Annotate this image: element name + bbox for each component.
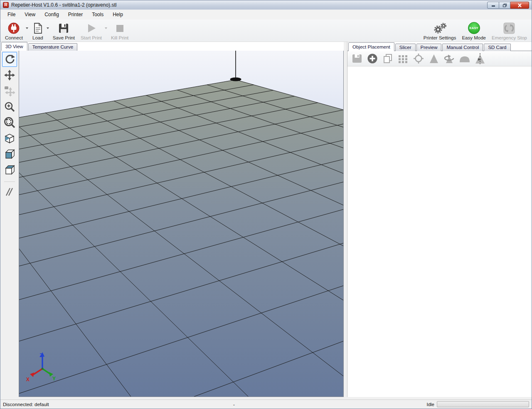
connect-dropdown-icon[interactable] [26, 27, 28, 29]
printer-settings-button[interactable]: Printer Settings [421, 21, 459, 41]
print-bed-grid [19, 80, 343, 397]
menu-bar: File View Config Printer Tools Help [0, 10, 532, 20]
load-button[interactable]: Load [29, 21, 47, 41]
print-bed-3d-scene[interactable]: Z X Y [19, 51, 343, 397]
start-print-label: Start Print [81, 35, 102, 40]
copy-object-button [382, 52, 394, 65]
object-placement-panel-body [347, 66, 532, 397]
object-placement-toolbar [347, 51, 532, 66]
tab-preview[interactable]: Preview [416, 44, 442, 51]
lay-flat-button [458, 52, 471, 65]
front-view-icon [3, 148, 16, 160]
menu-help[interactable]: Help [108, 10, 128, 19]
menu-tools[interactable]: Tools [87, 10, 108, 19]
save-print-button[interactable]: Save Print [50, 21, 78, 41]
axis-y-label: Y [52, 376, 56, 382]
status-center-text: - [233, 402, 235, 407]
scale-object-button [428, 52, 440, 65]
axis-x-label: X [26, 377, 30, 382]
isometric-view-button[interactable] [2, 131, 17, 146]
axis-z-label: Z [39, 353, 42, 358]
emergency-stop-label: Emergency Stop [492, 35, 527, 40]
save-floppy-icon [57, 22, 70, 34]
tab-manual-control[interactable]: Manual Control [442, 44, 483, 51]
emergency-stop-icon [502, 22, 516, 35]
front-view-button[interactable] [2, 147, 17, 162]
rotate-view-icon [4, 54, 15, 65]
emergency-stop-button: Emergency Stop [489, 21, 530, 41]
menu-printer[interactable]: Printer [64, 10, 87, 19]
tab-temperature-curve[interactable]: Temperature Curve [28, 43, 77, 51]
move-object-button [2, 83, 17, 98]
window-title: Repetier-Host V1.0.6 - svitilna1-2 (opra… [11, 2, 116, 8]
cut-object-button [474, 52, 486, 65]
menu-config[interactable]: Config [40, 10, 64, 19]
easy-mode-icon: EASY [468, 22, 480, 34]
load-dropdown-icon[interactable] [47, 27, 49, 29]
load-file-icon [32, 22, 44, 34]
app-logo-icon: R [3, 2, 9, 8]
connect-button[interactable]: Connect [2, 21, 26, 41]
printer-settings-label: Printer Settings [424, 35, 456, 40]
easy-mode-button[interactable]: EASY Easy Mode [459, 21, 489, 41]
main-toolbar: Connect Load Save Print [0, 20, 532, 42]
view-tab-bar: 3D View Temperature Curve [0, 42, 344, 51]
top-view-icon [3, 164, 16, 176]
add-object-button[interactable] [366, 52, 379, 65]
tab-3d-view[interactable]: 3D View [1, 42, 27, 51]
restore-icon [502, 3, 507, 7]
connect-plug-icon [7, 22, 20, 34]
zoom-button[interactable] [2, 99, 17, 114]
rotate-object-button [443, 52, 456, 65]
connection-status: Disconnected: default [3, 402, 49, 407]
isometric-view-icon [3, 132, 16, 144]
close-button[interactable] [510, 2, 529, 9]
autoposition-icon [413, 53, 424, 64]
app-window: R Repetier-Host V1.0.6 - svitilna1-2 (op… [0, 0, 532, 409]
load-label: Load [32, 35, 43, 40]
center-objects-button [397, 52, 409, 65]
toggle-projection-button[interactable] [2, 184, 17, 199]
kill-print-icon [113, 22, 126, 34]
minimize-icon [491, 3, 495, 7]
rotate-object-icon [443, 53, 456, 64]
3d-viewport[interactable]: Z X Y [19, 50, 344, 397]
connect-label: Connect [5, 35, 23, 40]
printer-settings-gears-icon [432, 22, 447, 34]
easy-mode-label: Easy Mode [462, 35, 486, 40]
print-progress-bar [437, 401, 529, 407]
move-viewport-icon [4, 69, 15, 81]
save-stl-icon [351, 53, 363, 64]
lay-flat-icon [458, 53, 471, 64]
scale-object-icon [428, 53, 440, 64]
fit-printer-button[interactable] [2, 115, 17, 130]
start-print-dropdown-icon [105, 27, 107, 29]
add-object-icon [367, 53, 378, 64]
autoposition-button [412, 52, 425, 65]
panel-splitter[interactable] [344, 42, 347, 397]
restore-button[interactable] [499, 2, 510, 9]
rotate-view-button[interactable] [2, 52, 17, 67]
minimize-button[interactable] [487, 2, 499, 9]
menu-view[interactable]: View [20, 10, 40, 19]
right-panel: Object Placement Slicer Preview Manual C… [347, 42, 532, 397]
title-bar[interactable]: R Repetier-Host V1.0.6 - svitilna1-2 (op… [0, 0, 532, 10]
tab-object-placement[interactable]: Object Placement [348, 42, 394, 51]
top-view-button[interactable] [2, 162, 17, 177]
move-viewport-button[interactable] [2, 68, 17, 83]
copy-object-icon [382, 53, 394, 64]
tab-slicer[interactable]: Slicer [395, 44, 416, 51]
close-icon [517, 3, 522, 7]
start-print-button: Start Print [78, 21, 105, 41]
tab-sd-card[interactable]: SD Card [484, 44, 510, 51]
rail-divider [4, 181, 15, 182]
kill-print-label: Kill Print [111, 35, 128, 40]
save-print-label: Save Print [53, 35, 75, 40]
menu-file[interactable]: File [3, 10, 20, 19]
cut-object-icon [474, 53, 486, 64]
center-objects-icon [397, 53, 409, 64]
status-bar: Disconnected: default - Idle [0, 399, 532, 409]
loaded-object[interactable] [230, 77, 241, 81]
fit-printer-icon [3, 116, 16, 129]
view-tool-rail [0, 50, 19, 397]
